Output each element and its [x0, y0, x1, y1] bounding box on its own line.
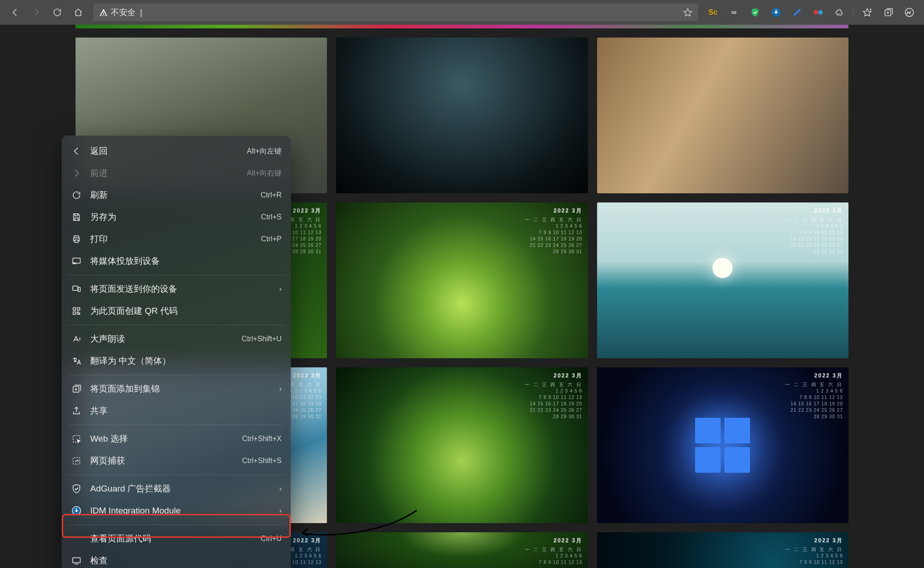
ctx-label: 打印 — [90, 233, 253, 245]
ctx-shortcut: Ctrl+Shift+S — [242, 457, 282, 465]
devices-icon — [71, 284, 82, 295]
ctx-label: IDM Integration Module — [90, 506, 271, 516]
chevron-right-icon: › — [279, 385, 282, 393]
collection-icon — [71, 383, 82, 394]
ctx-web-capture[interactable]: 网页捕获 Ctrl+Shift+S — [62, 450, 291, 472]
copilot-button[interactable] — [900, 3, 919, 22]
ctx-shortcut: Alt+向左键 — [247, 147, 282, 156]
home-button[interactable] — [69, 3, 88, 22]
ctx-refresh[interactable]: 刷新 Ctrl+R — [62, 184, 291, 206]
wallpaper-thumb[interactable] — [336, 38, 587, 193]
ctx-create-qr[interactable]: 为此页面创建 QR 代码 — [62, 300, 291, 322]
ctx-shortcut: Ctrl+P — [261, 235, 282, 243]
ext-adguard-shield-icon[interactable] — [746, 3, 764, 22]
ctx-shortcut: Ctrl+U — [261, 535, 282, 543]
ext-goggles-icon[interactable] — [809, 3, 827, 22]
ctx-label: 网页捕获 — [90, 455, 234, 467]
ctx-label: Web 选择 — [90, 433, 234, 445]
ctx-view-source[interactable]: 查看页面源代码 Ctrl+U — [62, 528, 291, 550]
ctx-label: 大声朗读 — [90, 333, 234, 345]
adguard-shield-icon — [71, 483, 82, 494]
ctx-send-to-device[interactable]: 将页面发送到你的设备 › — [62, 278, 291, 300]
ctx-print[interactable]: 打印 Ctrl+P — [62, 228, 291, 250]
ctx-save-as[interactable]: 另存为 Ctrl+S — [62, 206, 291, 228]
chevron-right-icon: › — [279, 507, 282, 515]
svg-rect-10 — [73, 312, 76, 315]
calendar-overlay: 2022 3月 一 二 三 四 五 六 日 1 2 3 4 5 6 7 8 9 … — [785, 207, 843, 255]
back-arrow-icon — [71, 146, 82, 157]
ctx-label: 返回 — [90, 145, 239, 157]
ctx-inspect[interactable]: 检查 — [62, 550, 291, 568]
context-menu: 返回 Alt+向左键 前进 Alt+向右键 刷新 Ctrl+R 另存为 Ctrl… — [62, 136, 291, 568]
ctx-shortcut: Ctrl+Shift+X — [242, 435, 282, 443]
collections-button[interactable] — [879, 3, 897, 22]
ctx-idm[interactable]: IDM Integration Module › — [62, 500, 291, 522]
refresh-button[interactable] — [48, 3, 67, 22]
print-icon — [71, 234, 82, 245]
favorite-star-icon[interactable] — [683, 7, 693, 17]
address-bar[interactable]: 不安全 | — [93, 4, 698, 21]
extensions-row: Sc ∞ — [704, 3, 919, 22]
browser-toolbar: 不安全 | Sc ∞ — [0, 0, 924, 25]
ctx-translate[interactable]: 翻译为 中文（简体） — [62, 350, 291, 372]
ctx-share[interactable]: 共享 — [62, 400, 291, 422]
ctx-web-select[interactable]: Web 选择 Ctrl+Shift+X — [62, 428, 291, 450]
ctx-shortcut: Ctrl+Shift+U — [242, 335, 282, 343]
svg-point-2 — [818, 10, 823, 15]
forward-arrow-icon — [71, 168, 82, 179]
extensions-button[interactable] — [830, 3, 848, 22]
insecure-indicator: 不安全 — [99, 7, 136, 18]
ctx-separator — [68, 375, 284, 375]
ctx-separator — [68, 475, 284, 475]
ctx-add-to-collection[interactable]: 将页面添加到集锦 › — [62, 378, 291, 400]
ctx-adguard[interactable]: AdGuard 广告拦截器 › — [62, 478, 291, 500]
windows-logo-icon — [695, 418, 750, 473]
ext-infinity[interactable]: ∞ — [725, 3, 743, 22]
calendar-overlay: 2022 3月一 二 三 四 五 六 日1 2 3 4 5 67 8 9 10 … — [785, 537, 843, 566]
ctx-label: 另存为 — [90, 211, 253, 223]
wallpaper-thumb[interactable]: 2022 3月 一 二 三 四 五 六 日 1 2 3 4 5 6 7 8 9 … — [336, 202, 587, 358]
share-icon — [71, 405, 82, 416]
ctx-label: 前进 — [90, 167, 239, 179]
svg-rect-15 — [73, 558, 81, 563]
calendar-overlay: 2022 3月 一 二 三 四 五 六 日 1 2 3 4 5 6 7 8 9 … — [785, 372, 843, 420]
wallpaper-thumb[interactable]: 2022 3月 一 二 三 四 五 六 日 1 2 3 4 5 6 7 8 9 … — [336, 367, 587, 523]
wallpaper-thumb[interactable]: 2022 3月 一 二 三 四 五 六 日 1 2 3 4 5 6 7 8 9 … — [597, 367, 848, 523]
wallpaper-thumb[interactable]: 2022 3月 一 二 三 四 五 六 日 1 2 3 4 5 6 7 8 9 … — [597, 202, 848, 358]
wallpaper-thumb[interactable]: 2022 3月一 二 三 四 五 六 日1 2 3 4 5 67 8 9 10 … — [336, 532, 587, 568]
save-icon — [71, 212, 82, 223]
svg-rect-9 — [77, 308, 80, 311]
refresh-icon — [71, 190, 82, 201]
ctx-label: 共享 — [90, 405, 282, 417]
ctx-read-aloud[interactable]: 大声朗读 Ctrl+Shift+U — [62, 328, 291, 350]
qr-icon — [71, 306, 82, 317]
svg-point-1 — [814, 10, 818, 15]
inspect-icon — [71, 555, 82, 566]
wallpaper-thumb[interactable] — [597, 38, 848, 193]
toolbar-divider — [853, 7, 853, 18]
favorites-button[interactable] — [858, 3, 876, 22]
ctx-separator — [68, 524, 284, 525]
calendar-overlay: 2022 3月一 二 三 四 五 六 日1 2 3 4 5 67 8 9 10 … — [525, 537, 582, 566]
wallpaper-thumb[interactable]: 2022 3月一 二 三 四 五 六 日1 2 3 4 5 67 8 9 10 … — [597, 532, 848, 568]
read-aloud-icon — [71, 333, 82, 344]
ctx-forward[interactable]: 前进 Alt+向右键 — [62, 162, 291, 184]
capture-icon — [71, 455, 82, 466]
ctx-label: 将页面发送到你的设备 — [90, 283, 271, 295]
ext-sc[interactable]: Sc — [704, 3, 722, 22]
insecure-label: 不安全 — [111, 7, 136, 18]
banner-strip — [76, 25, 848, 28]
ctx-label: 为此页面创建 QR 代码 — [90, 305, 282, 317]
ctx-label: 将页面添加到集锦 — [90, 383, 271, 395]
sun-icon — [712, 258, 733, 278]
forward-button[interactable] — [27, 3, 46, 22]
ctx-back[interactable]: 返回 Alt+向左键 — [62, 140, 291, 162]
ext-wing-icon[interactable] — [788, 3, 806, 22]
svg-rect-7 — [78, 287, 81, 291]
back-button[interactable] — [5, 3, 25, 22]
svg-rect-6 — [73, 286, 78, 290]
ctx-shortcut: Alt+向右键 — [247, 169, 282, 178]
chevron-right-icon: › — [279, 285, 282, 293]
ctx-cast[interactable]: 将媒体投放到设备 — [62, 250, 291, 272]
ext-idm-icon[interactable] — [767, 3, 785, 22]
